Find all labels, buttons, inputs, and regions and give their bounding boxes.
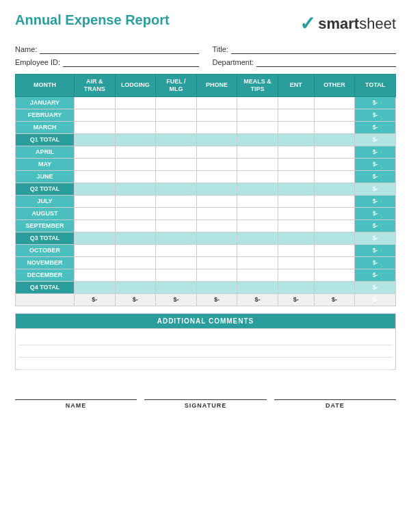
data-cell[interactable] bbox=[115, 232, 156, 244]
data-cell[interactable] bbox=[314, 121, 355, 133]
data-cell[interactable] bbox=[278, 281, 314, 293]
data-cell[interactable] bbox=[237, 96, 278, 109]
data-cell[interactable] bbox=[278, 146, 314, 158]
data-cell[interactable] bbox=[314, 220, 355, 232]
department-input-line[interactable] bbox=[256, 57, 396, 67]
data-cell[interactable] bbox=[156, 146, 197, 158]
data-cell[interactable] bbox=[75, 256, 116, 269]
data-cell[interactable] bbox=[156, 256, 197, 269]
data-cell[interactable] bbox=[237, 232, 278, 244]
data-cell[interactable] bbox=[278, 96, 314, 109]
data-cell[interactable] bbox=[75, 133, 116, 146]
data-cell[interactable] bbox=[115, 133, 156, 146]
data-cell[interactable] bbox=[115, 244, 156, 256]
data-cell[interactable] bbox=[196, 146, 237, 158]
data-cell[interactable] bbox=[156, 207, 197, 220]
data-cell[interactable] bbox=[196, 256, 237, 269]
data-cell[interactable] bbox=[196, 96, 237, 109]
data-cell[interactable] bbox=[314, 96, 355, 109]
data-cell[interactable] bbox=[237, 256, 278, 269]
data-cell[interactable] bbox=[278, 256, 314, 269]
data-cell[interactable] bbox=[314, 195, 355, 207]
data-cell[interactable] bbox=[156, 96, 197, 109]
data-cell[interactable] bbox=[314, 183, 355, 195]
data-cell[interactable] bbox=[156, 133, 197, 146]
data-cell[interactable] bbox=[75, 146, 116, 158]
data-cell[interactable] bbox=[115, 269, 156, 281]
data-cell[interactable] bbox=[196, 244, 237, 256]
data-cell[interactable] bbox=[314, 256, 355, 269]
data-cell[interactable] bbox=[75, 121, 116, 133]
data-cell[interactable] bbox=[278, 109, 314, 121]
data-cell[interactable] bbox=[314, 269, 355, 281]
data-cell[interactable] bbox=[115, 158, 156, 170]
data-cell[interactable] bbox=[75, 195, 116, 207]
name-input-line[interactable] bbox=[40, 44, 198, 54]
employee-id-field[interactable]: Employee ID: bbox=[15, 57, 199, 67]
data-cell[interactable] bbox=[278, 183, 314, 195]
data-cell[interactable] bbox=[278, 269, 314, 281]
data-cell[interactable] bbox=[237, 170, 278, 183]
data-cell[interactable] bbox=[237, 207, 278, 220]
name-field[interactable]: Name: bbox=[15, 44, 199, 54]
data-cell[interactable] bbox=[75, 232, 116, 244]
data-cell[interactable] bbox=[278, 121, 314, 133]
data-cell[interactable] bbox=[156, 244, 197, 256]
data-cell[interactable] bbox=[196, 207, 237, 220]
data-cell[interactable] bbox=[237, 281, 278, 293]
data-cell[interactable] bbox=[237, 146, 278, 158]
data-cell[interactable] bbox=[156, 121, 197, 133]
data-cell[interactable] bbox=[314, 146, 355, 158]
data-cell[interactable] bbox=[75, 207, 116, 220]
data-cell[interactable] bbox=[156, 158, 197, 170]
employee-id-input-line[interactable] bbox=[63, 57, 198, 67]
data-cell[interactable] bbox=[115, 183, 156, 195]
data-cell[interactable] bbox=[115, 109, 156, 121]
data-cell[interactable] bbox=[278, 170, 314, 183]
data-cell[interactable] bbox=[196, 220, 237, 232]
data-cell[interactable] bbox=[115, 281, 156, 293]
data-cell[interactable] bbox=[115, 207, 156, 220]
data-cell[interactable] bbox=[196, 183, 237, 195]
data-cell[interactable] bbox=[237, 195, 278, 207]
data-cell[interactable] bbox=[314, 158, 355, 170]
data-cell[interactable] bbox=[237, 133, 278, 146]
data-cell[interactable] bbox=[314, 109, 355, 121]
data-cell[interactable] bbox=[196, 109, 237, 121]
data-cell[interactable] bbox=[115, 195, 156, 207]
data-cell[interactable] bbox=[75, 183, 116, 195]
data-cell[interactable] bbox=[196, 232, 237, 244]
data-cell[interactable] bbox=[156, 281, 197, 293]
data-cell[interactable] bbox=[314, 244, 355, 256]
data-cell[interactable] bbox=[115, 220, 156, 232]
data-cell[interactable] bbox=[115, 121, 156, 133]
data-cell[interactable] bbox=[115, 170, 156, 183]
data-cell[interactable] bbox=[115, 146, 156, 158]
data-cell[interactable] bbox=[156, 109, 197, 121]
data-cell[interactable] bbox=[115, 96, 156, 109]
data-cell[interactable] bbox=[237, 121, 278, 133]
data-cell[interactable] bbox=[156, 183, 197, 195]
data-cell[interactable] bbox=[196, 170, 237, 183]
data-cell[interactable] bbox=[156, 220, 197, 232]
data-cell[interactable] bbox=[75, 269, 116, 281]
data-cell[interactable] bbox=[156, 170, 197, 183]
data-cell[interactable] bbox=[314, 281, 355, 293]
data-cell[interactable] bbox=[196, 269, 237, 281]
data-cell[interactable] bbox=[196, 133, 237, 146]
data-cell[interactable] bbox=[75, 244, 116, 256]
data-cell[interactable] bbox=[278, 195, 314, 207]
data-cell[interactable] bbox=[156, 269, 197, 281]
data-cell[interactable] bbox=[75, 170, 116, 183]
data-cell[interactable] bbox=[115, 256, 156, 269]
data-cell[interactable] bbox=[278, 244, 314, 256]
data-cell[interactable] bbox=[278, 220, 314, 232]
data-cell[interactable] bbox=[314, 207, 355, 220]
comments-body[interactable] bbox=[16, 328, 395, 369]
data-cell[interactable] bbox=[75, 220, 116, 232]
data-cell[interactable] bbox=[75, 281, 116, 293]
data-cell[interactable] bbox=[278, 232, 314, 244]
data-cell[interactable] bbox=[196, 121, 237, 133]
data-cell[interactable] bbox=[237, 183, 278, 195]
data-cell[interactable] bbox=[314, 232, 355, 244]
